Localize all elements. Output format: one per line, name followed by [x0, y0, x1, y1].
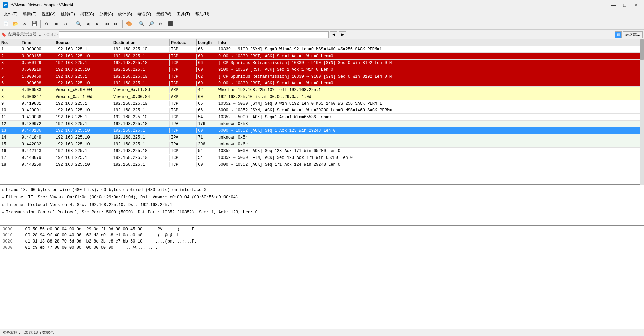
restart-button[interactable]: ↺ [61, 20, 70, 28]
find-button[interactable]: 🔍 [74, 20, 83, 28]
status-text: 准备就绪，已加载 18 个数据包 [3, 330, 54, 335]
menu-edit[interactable]: 编辑(E) [20, 10, 39, 18]
cell-len: 60 [197, 67, 217, 72]
filter-next-button[interactable]: ▶ [339, 31, 346, 38]
cell-no: 9 [0, 101, 20, 106]
cell-dst: 192.168.225.10 [112, 155, 170, 161]
table-row[interactable]: 1 0.000000 192.168.225.1 192.168.225.10 … [0, 46, 644, 53]
cell-time: 9.448079 [20, 155, 54, 161]
cell-dst: 192.168.225.10 [112, 121, 170, 127]
cell-src: 192.168.225.1 [54, 155, 112, 161]
next-button[interactable]: ▶ [93, 20, 102, 28]
cell-proto: TCP [170, 81, 197, 86]
close-file-button[interactable]: ✖ [20, 20, 29, 28]
expression-button[interactable]: 表达式… [623, 31, 643, 38]
cell-len: 176 [197, 121, 217, 127]
table-row[interactable]: 17 9.448079 192.168.225.1 192.168.225.10… [0, 154, 644, 161]
menu-file[interactable]: 文件(F) [1, 10, 20, 18]
filter-input[interactable] [59, 31, 328, 38]
table-row[interactable]: 18 9.448259 192.168.225.10 192.168.225.1… [0, 161, 644, 168]
col-header-time[interactable]: Time [20, 39, 54, 46]
hex-bytes: 00 50 56 c0 00 04 00 0c 29 0a f1 0d 08 0… [25, 227, 142, 232]
scroll-thumb[interactable] [640, 39, 644, 60]
table-row[interactable]: 14 9.441849 192.168.225.10 192.168.225.1… [0, 134, 644, 141]
menu-tools[interactable]: 工具(T) [174, 10, 193, 18]
menu-stats[interactable]: 统计(S) [116, 10, 135, 18]
packet-list-header: No. Time Source Destination Protocol Len… [0, 39, 644, 46]
status-bar: 准备就绪，已加载 18 个数据包 [0, 329, 644, 336]
menu-capture[interactable]: 捕获(C) [78, 10, 97, 18]
save-button[interactable]: 💾 [30, 20, 39, 28]
table-row[interactable]: 3 0.500129 192.168.225.1 192.168.225.10 … [0, 60, 644, 66]
stop-button[interactable]: ■ [52, 20, 61, 28]
goto-start-button[interactable]: ⏮ [102, 20, 111, 28]
main-content: No. Time Source Destination Protocol Len… [0, 39, 644, 329]
table-row[interactable]: 7 4.606583 Vmware_c0:00:04 Vmware_0a:f1:… [0, 87, 644, 93]
table-row[interactable]: 8 4.606847 Vmware_0a:f1:0d Vmware_c0:00:… [0, 93, 644, 100]
zoom-in-button[interactable]: 🔍 [137, 20, 146, 28]
detail-row[interactable]: ▶Internet Protocol Version 4, Src: 192.1… [0, 201, 644, 209]
minimize-button[interactable]: — [608, 2, 618, 8]
table-row[interactable]: 6 1.000698 192.168.225.10 192.168.225.1 … [0, 80, 644, 87]
cell-no: 8 [0, 94, 20, 100]
menu-phone[interactable]: 电话(Y) [135, 10, 154, 18]
menu-view[interactable]: 视图(V) [39, 10, 58, 18]
new-file-button[interactable]: 📄 [1, 20, 10, 28]
cell-no: 13 [0, 128, 20, 133]
table-row[interactable]: 10 9.420001 192.168.225.10 192.168.225.1… [0, 107, 644, 114]
filter-display-toggle[interactable]: ▤ [615, 31, 622, 38]
filter-label: 应用显示过滤器 … [8, 31, 41, 37]
table-row[interactable]: 11 9.420086 192.168.225.1 192.168.225.10… [0, 114, 644, 121]
menu-jump[interactable]: 跳转(G) [58, 10, 77, 18]
hex-offset: 0000 [3, 227, 13, 232]
prev-button[interactable]: ◀ [83, 20, 92, 28]
maximize-button[interactable]: □ [620, 2, 630, 8]
cell-no: 14 [0, 135, 20, 140]
cell-proto: IPA [170, 142, 197, 147]
col-header-info[interactable]: Info [217, 39, 644, 46]
hex-bytes: 01 c9 eb 77 00 00 00 00 00 00 00 00 [25, 245, 113, 250]
table-row[interactable]: 2 0.000165 192.168.225.10 192.168.225.1 … [0, 53, 644, 60]
col-header-no[interactable]: No. [0, 39, 20, 46]
table-row[interactable]: 9 9.419831 192.168.225.1 192.168.225.10 … [0, 100, 644, 107]
capture-options-button[interactable]: ⚙ [42, 20, 51, 28]
table-row[interactable]: 12 9.439972 192.168.225.1 192.168.225.10… [0, 121, 644, 127]
close-button[interactable]: ✕ [631, 2, 641, 8]
table-row[interactable]: 13 9.440186 192.168.225.10 192.168.225.1… [0, 127, 644, 134]
table-row[interactable]: 16 9.442143 192.168.225.1 192.168.225.10… [0, 148, 644, 154]
cell-len: 54 [197, 155, 217, 161]
zoom-reset-button[interactable]: ⊙ [156, 20, 165, 28]
detail-row[interactable]: ▶Transmission Control Protocol, Src Port… [0, 209, 644, 216]
packet-list: No. Time Source Destination Protocol Len… [0, 39, 644, 185]
detail-row[interactable]: ▶Ethernet II, Src: Vmware_0a:f1:0d (00:0… [0, 194, 644, 201]
cell-time: 9.439972 [20, 121, 54, 127]
detail-row[interactable]: ▶Frame 13: 60 bytes on wire (480 bits), … [0, 186, 644, 194]
col-header-src[interactable]: Source [54, 39, 112, 46]
filter-prev-button[interactable]: ◀ [330, 31, 337, 38]
col-header-len[interactable]: Length [197, 39, 217, 46]
menu-wireless[interactable]: 无线(W) [154, 10, 174, 18]
expand-icon: ▶ [2, 210, 6, 214]
cell-dst: 192.168.225.10 [112, 74, 170, 79]
cell-info: unknown 0x54 [217, 135, 644, 140]
zoom-out-button[interactable]: 🔎 [147, 20, 155, 28]
packet-list-scrollbar[interactable] [640, 39, 644, 185]
menu-help[interactable]: 帮助(H) [193, 10, 212, 18]
hex-ascii: .PV..... ).....E. [155, 227, 197, 232]
goto-end-button[interactable]: ⏭ [112, 20, 121, 28]
cell-no: 10 [0, 108, 20, 113]
cell-len: 62 [197, 74, 217, 79]
table-row[interactable]: 4 0.500219 192.168.225.10 192.168.225.1 … [0, 66, 644, 73]
detail-text: Internet Protocol Version 4, Src: 192.16… [6, 203, 172, 207]
cell-proto: TCP [170, 74, 197, 79]
menu-analyze[interactable]: 分析(A) [97, 10, 116, 18]
table-row[interactable]: 15 9.442082 192.168.225.10 192.168.225.1… [0, 141, 644, 148]
toolbar: 📄 📂 ✖ 💾 ⚙ ■ ↺ 🔍 ◀ ▶ ⏮ ⏭ 🎨 🔍 🔎 ⊙ ⬛ [0, 18, 644, 30]
table-row[interactable]: 5 1.000469 192.168.225.1 192.168.225.10 … [0, 73, 644, 80]
resize-button[interactable]: ⬛ [165, 20, 174, 28]
col-header-dst[interactable]: Destination [112, 39, 170, 46]
colorize-button[interactable]: 🎨 [124, 20, 133, 28]
col-header-proto[interactable]: Protocol [170, 39, 197, 46]
cell-dst: 192.168.225.1 [112, 142, 170, 147]
open-file-button[interactable]: 📂 [11, 20, 20, 28]
